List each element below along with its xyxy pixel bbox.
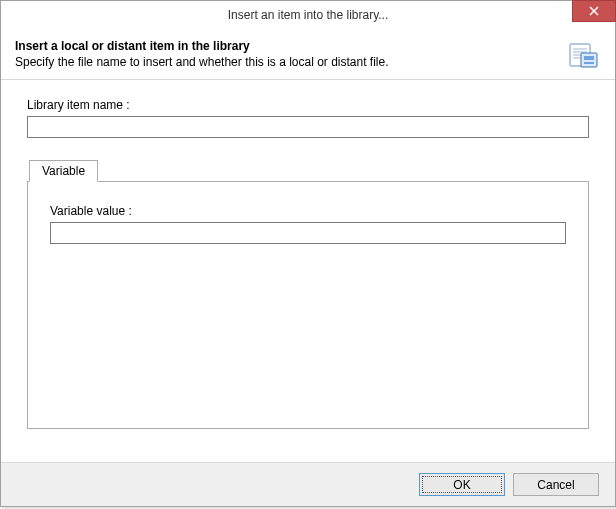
dialog-body: Library item name : Variable Variable va…: [1, 80, 615, 429]
header-subtitle: Specify the file name to insert and whet…: [15, 55, 601, 69]
library-item-name-label: Library item name :: [27, 98, 589, 112]
cancel-button[interactable]: Cancel: [513, 473, 599, 496]
library-icon: [567, 39, 599, 71]
tab-panel-variable: Variable value :: [27, 181, 589, 429]
close-icon: [589, 6, 599, 16]
library-item-name-input[interactable]: [27, 116, 589, 138]
variable-value-label: Variable value :: [50, 204, 566, 218]
dialog-header: Insert a local or distant item in the li…: [1, 29, 615, 80]
variable-value-input[interactable]: [50, 222, 566, 244]
ok-button[interactable]: OK: [419, 473, 505, 496]
window-title: Insert an item into the library...: [1, 1, 615, 29]
dialog-footer: OK Cancel: [1, 462, 615, 506]
header-title: Insert a local or distant item in the li…: [15, 39, 601, 53]
close-button[interactable]: [572, 0, 616, 22]
dialog-window: Insert an item into the library... Inser…: [0, 0, 616, 507]
tab-container: Variable Variable value :: [27, 160, 589, 429]
tab-variable[interactable]: Variable: [29, 160, 98, 182]
titlebar: Insert an item into the library...: [1, 1, 615, 29]
svg-rect-9: [584, 62, 594, 64]
svg-rect-8: [584, 56, 594, 60]
